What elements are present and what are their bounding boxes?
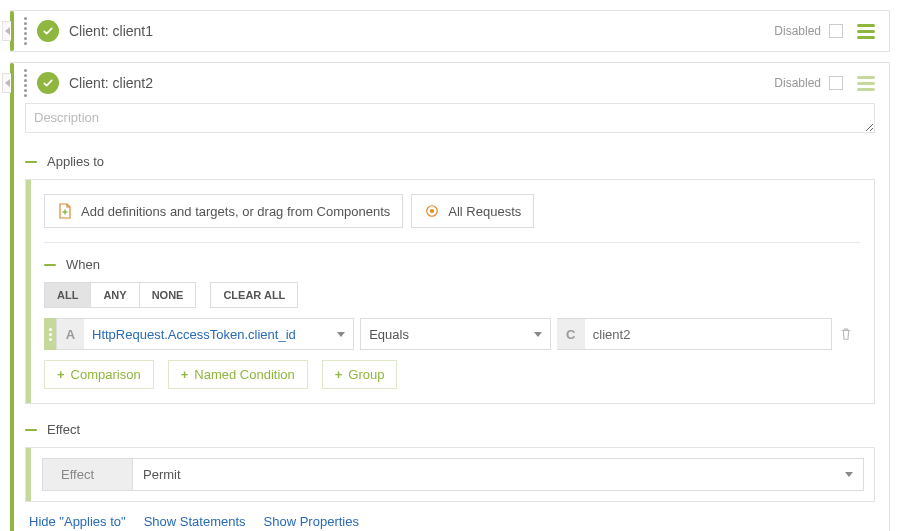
applies-to-title: Applies to: [47, 154, 104, 169]
description-input[interactable]: [25, 103, 875, 133]
disabled-checkbox[interactable]: [829, 76, 843, 90]
status-check-icon: [37, 72, 59, 94]
condition-row: A HttpRequest.AccessToken.client_id Equa…: [44, 318, 860, 350]
disabled-label: Disabled: [774, 76, 821, 90]
match-mode-none[interactable]: NONE: [139, 283, 196, 307]
when-section-head[interactable]: When: [44, 257, 860, 272]
chevron-down-icon: [534, 332, 542, 337]
operator-value: Equals: [369, 327, 409, 342]
attribute-type-chip: A: [56, 318, 84, 350]
add-group-button[interactable]: + Group: [322, 360, 398, 389]
collapse-icon: [25, 429, 37, 431]
match-mode-all[interactable]: ALL: [45, 283, 90, 307]
add-definitions-label: Add definitions and targets, or drag fro…: [81, 204, 390, 219]
when-title: When: [66, 257, 100, 272]
add-comparison-button[interactable]: + Comparison: [44, 360, 154, 389]
attribute-value: HttpRequest.AccessToken.client_id: [92, 327, 296, 342]
collapse-icon: [44, 264, 56, 266]
condition-drag-handle-icon[interactable]: [44, 318, 56, 350]
status-check-icon: [37, 20, 59, 42]
chevron-down-icon: [337, 332, 345, 337]
policy-header: Client: client1 Disabled: [11, 11, 889, 51]
expand-toggle[interactable]: [2, 21, 11, 41]
add-file-icon: [57, 203, 73, 219]
show-properties-link[interactable]: Show Properties: [264, 514, 359, 529]
all-requests-label: All Requests: [448, 204, 521, 219]
clear-all-button[interactable]: CLEAR ALL: [210, 282, 298, 308]
policy-title: Client: client1: [69, 23, 774, 39]
plus-icon: +: [335, 367, 343, 382]
attribute-select[interactable]: HttpRequest.AccessToken.client_id: [84, 318, 354, 350]
expand-toggle[interactable]: [2, 73, 11, 93]
row-menu-icon[interactable]: [853, 20, 879, 43]
effect-title: Effect: [47, 422, 80, 437]
delete-condition-button[interactable]: [832, 318, 860, 350]
match-mode-segmented: ALL ANY NONE: [44, 282, 196, 308]
value-input[interactable]: [585, 318, 832, 350]
row-menu-icon[interactable]: [853, 72, 879, 95]
effect-select[interactable]: Permit: [132, 458, 864, 491]
constant-type-chip: C: [557, 318, 585, 350]
policy-row-client1: Client: client1 Disabled: [10, 10, 890, 52]
applies-to-panel: Add definitions and targets, or drag fro…: [25, 179, 875, 404]
drag-handle-icon[interactable]: [21, 17, 29, 45]
disabled-checkbox[interactable]: [829, 24, 843, 38]
show-statements-link[interactable]: Show Statements: [144, 514, 246, 529]
applies-to-section-head[interactable]: Applies to: [25, 154, 875, 169]
footer-links: Hide "Applies to" Show Statements Show P…: [25, 502, 875, 531]
effect-panel: Effect Permit: [25, 447, 875, 502]
policy-row-client2: Client: client2 Disabled Applies to: [10, 62, 890, 531]
effect-section-head[interactable]: Effect: [25, 422, 875, 437]
chevron-down-icon: [845, 472, 853, 477]
policy-header: Client: client2 Disabled: [11, 63, 889, 103]
hide-applies-to-link[interactable]: Hide "Applies to": [29, 514, 126, 529]
target-icon: [424, 203, 440, 219]
drag-handle-icon[interactable]: [21, 69, 29, 97]
add-group-label: Group: [348, 367, 384, 382]
match-mode-any[interactable]: ANY: [90, 283, 138, 307]
effect-value: Permit: [143, 467, 181, 482]
collapse-icon: [25, 161, 37, 163]
add-comparison-label: Comparison: [71, 367, 141, 382]
plus-icon: +: [181, 367, 189, 382]
all-requests-button[interactable]: All Requests: [411, 194, 534, 228]
policy-title: Client: client2: [69, 75, 774, 91]
svg-point-1: [430, 209, 434, 213]
plus-icon: +: [57, 367, 65, 382]
add-named-condition-label: Named Condition: [194, 367, 294, 382]
add-named-condition-button[interactable]: + Named Condition: [168, 360, 308, 389]
operator-select[interactable]: Equals: [360, 318, 551, 350]
effect-field-label: Effect: [42, 458, 132, 491]
disabled-label: Disabled: [774, 24, 821, 38]
add-definitions-button[interactable]: Add definitions and targets, or drag fro…: [44, 194, 403, 228]
